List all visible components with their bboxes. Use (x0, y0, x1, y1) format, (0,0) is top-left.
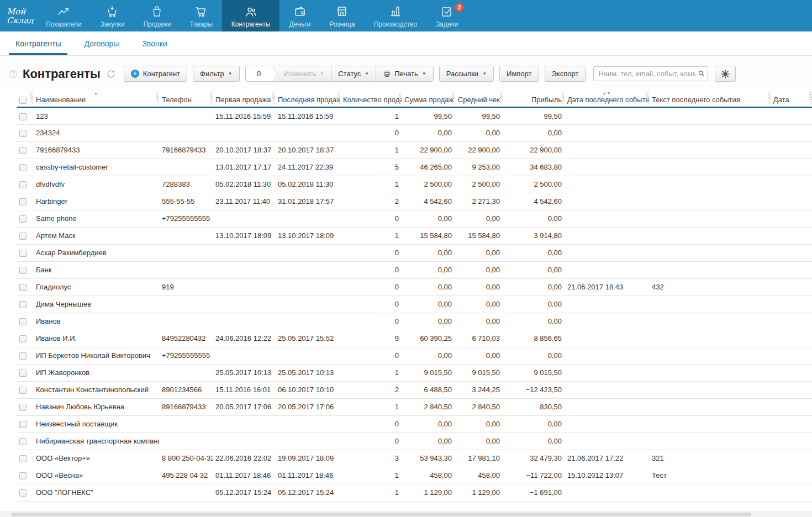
row-checkbox[interactable] (19, 318, 27, 325)
row-checkbox[interactable] (19, 421, 27, 428)
column-header-4[interactable]: Количество продаж (340, 91, 402, 107)
nav-item-dengi[interactable]: Деньги (280, 0, 320, 31)
nav-item-prodazhi[interactable]: Продажи (134, 0, 180, 31)
table-row[interactable]: ООО "ЛОГНЕКС"05.12.2017 15:2405.12.2017 … (17, 484, 812, 501)
column-header-10[interactable]: Дата (771, 91, 812, 107)
column-header-7[interactable]: Прибыль (503, 91, 565, 107)
table-row[interactable]: cassby-retail-customer13.01.2017 17:1724… (17, 159, 812, 176)
search-input[interactable] (593, 66, 708, 81)
status-button[interactable]: Статус▼ (331, 66, 376, 81)
row-checkbox[interactable] (19, 233, 27, 240)
search-icon[interactable] (698, 70, 705, 77)
table-row[interactable]: dfvdfvdfv728838305.02.2018 11:3005.02.20… (17, 176, 812, 193)
row-checkbox[interactable] (19, 198, 27, 205)
filter-button[interactable]: Фильтр▼ (193, 66, 240, 82)
cell (565, 432, 649, 450)
nav-item-proizvodstvo[interactable]: Производство (365, 0, 426, 31)
table-row[interactable]: ООО «Вектор+»8 800 250-04-3222.06.2016 2… (17, 450, 812, 467)
cell (649, 107, 771, 124)
column-header-0[interactable]: ▲Наименование (33, 91, 159, 107)
table-row[interactable]: Константин Константинопольский8901234566… (17, 381, 812, 398)
horizontal-scrollbar[interactable] (0, 511, 812, 517)
import-button[interactable]: Импорт (499, 66, 539, 82)
export-button[interactable]: Экспорт (545, 66, 586, 82)
table-row[interactable]: Same phone+7925555555500,000,000,00 (17, 210, 812, 227)
column-header-9[interactable]: Текст последнего события (649, 91, 771, 107)
table-row[interactable]: Иванов00,000,000,00 (17, 313, 812, 330)
table-row[interactable]: Неизвестный поставщик00,000,000,00 (17, 415, 812, 432)
row-checkbox[interactable] (19, 335, 27, 342)
nav-item-roznica[interactable]: Розница (320, 0, 364, 31)
row-checkbox[interactable] (19, 267, 27, 274)
table-row[interactable]: Аскар Рахимбердиев00,000,000,00 (17, 244, 812, 261)
row-checkbox[interactable] (19, 370, 27, 377)
tab-kontragenty[interactable]: Контрагенты (9, 31, 67, 55)
settings-button[interactable] (715, 66, 736, 82)
row-checkbox[interactable] (19, 147, 27, 154)
nav-item-zadachi[interactable]: Задачи2 (426, 0, 467, 31)
row-checkbox[interactable] (19, 113, 27, 120)
row-checkbox[interactable] (19, 455, 27, 462)
cell: cassby-retail-customer (33, 159, 159, 176)
nav-item-label: Розница (329, 20, 355, 28)
table-row[interactable]: 12315.11.2016 15:5915.11.2016 15:59199,5… (17, 107, 812, 124)
table-row[interactable]: ООО «Весна»495 228 04 3201.11.2017 18:46… (17, 467, 812, 484)
cell (649, 227, 771, 244)
cell: 20.05.2017 17:06 (213, 398, 275, 415)
scrollbar-thumb[interactable] (11, 513, 751, 516)
table-row[interactable]: 23432400,000,000,00 (17, 124, 812, 141)
table-row[interactable]: Гладиолус91900,000,000,0021.06.2017 18:4… (17, 278, 812, 296)
app-logo[interactable]: Мой Склад (0, 0, 36, 31)
mailings-button[interactable]: Рассылки▼ (439, 66, 494, 82)
table-row[interactable]: Артем Маск13.10.2017 18:0913.10.2017 18:… (17, 227, 812, 244)
row-checkbox[interactable] (19, 352, 27, 360)
table-row[interactable]: Нибирианская транспортная компания00,000… (17, 432, 812, 450)
nav-item-pokazateli[interactable]: Показатели (36, 0, 91, 31)
table-row[interactable]: Навзнич Любовь Юрьевна8916687943320.05.2… (17, 398, 812, 415)
table-row[interactable]: Дима Чернышев00,000,000,00 (17, 296, 812, 313)
select-all-checkbox[interactable] (19, 97, 27, 104)
refresh-icon[interactable] (106, 69, 116, 79)
cell (275, 415, 340, 432)
print-button[interactable]: Печать▼ (376, 66, 433, 81)
row-checkbox[interactable] (19, 387, 27, 394)
cell (649, 261, 771, 278)
row-checkbox[interactable] (19, 301, 27, 308)
table-row[interactable]: Harbinger555-55-5523.11.2017 11:4031.01.… (17, 193, 812, 210)
table-row[interactable]: 791668794337916687943320.10.2017 18:3720… (17, 141, 812, 159)
help-icon[interactable]: ? (9, 70, 17, 78)
column-header-2[interactable]: Первая продажа (213, 91, 275, 107)
row-checkbox[interactable] (19, 130, 27, 137)
section-tabbar: КонтрагентыДоговорыЗвонки (0, 31, 812, 56)
table-row[interactable]: Иванов И.И.8495228043224.06.2016 12:2225… (17, 330, 812, 347)
row-checkbox[interactable] (19, 472, 27, 479)
tab-zvonki[interactable]: Звонки (135, 31, 173, 55)
tab-dogovory[interactable]: Договоры (77, 31, 125, 55)
table-row[interactable]: ИП Жаворонков25.05.2017 10:1325.05.2017 … (17, 364, 812, 381)
change-button[interactable]: Изменить▼ (277, 66, 331, 81)
column-resize-handle[interactable] (809, 92, 812, 104)
column-header-6[interactable]: Средний чек (455, 91, 503, 107)
column-header-3[interactable]: Последняя продажа (275, 91, 340, 107)
row-checkbox[interactable] (19, 181, 27, 188)
nav-item-tovary[interactable]: Товары (181, 0, 222, 31)
row-checkbox[interactable] (19, 250, 27, 257)
table-row[interactable]: Банк00,000,000,00 (17, 261, 812, 278)
cell: 21.06.2017 18:43 (565, 278, 649, 296)
cell: 13.10.2017 18:09 (213, 227, 275, 244)
row-checkbox[interactable] (19, 438, 27, 445)
row-checkbox[interactable] (19, 284, 27, 291)
column-header-1[interactable]: Телефон (159, 91, 213, 107)
row-checkbox[interactable] (19, 404, 27, 411)
column-header-8[interactable]: ▲▼Дата последнего события (565, 91, 649, 107)
row-checkbox-cell (17, 415, 33, 432)
nav-item-kontragenty[interactable]: Контрагенты (222, 0, 280, 31)
cell: 15 584,80 (455, 227, 503, 244)
row-checkbox[interactable] (19, 164, 27, 171)
column-header-5[interactable]: Сумма продаж (402, 91, 455, 107)
row-checkbox[interactable] (19, 215, 27, 223)
add-counterparty-button[interactable]: + Контрагент (124, 66, 187, 82)
table-row[interactable]: ИП Беркетов Николай Викторович+792555555… (17, 347, 812, 364)
row-checkbox[interactable] (19, 489, 27, 497)
nav-item-zakupki[interactable]: Закупки (91, 0, 134, 31)
